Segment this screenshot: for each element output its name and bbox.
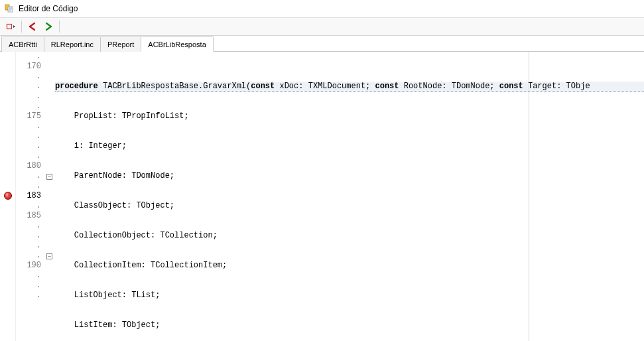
line-no: .: [16, 131, 41, 141]
line-no: .: [16, 201, 41, 211]
line-no: .: [16, 171, 41, 181]
nav-back-button[interactable]: [25, 19, 40, 34]
code-line: i: Integer;: [55, 141, 644, 151]
window-icon: [4, 3, 15, 14]
tab-label: ACBrRtti: [9, 40, 37, 48]
toolbar: [0, 17, 644, 36]
code-line: PropList: TPropInfoList;: [55, 111, 644, 121]
line-no: 170: [16, 62, 41, 72]
line-no: .: [16, 92, 41, 102]
line-no: .: [16, 121, 41, 131]
editor-tabs: ACBrRtti RLReport.inc PReport ACBrLibRes…: [0, 36, 644, 52]
tab-rlreport[interactable]: RLReport.inc: [44, 36, 101, 52]
tab-label: ACBrLibResposta: [148, 40, 206, 48]
line-no: .: [16, 72, 41, 82]
line-no: .: [16, 221, 41, 231]
code-line: procedure TACBrLibRespostaBase.GravarXml…: [55, 82, 644, 92]
fold-minus-icon[interactable]: −: [46, 253, 52, 259]
code-area[interactable]: procedure TACBrLibRespostaBase.GravarXml…: [54, 52, 644, 341]
nav-forward-button[interactable]: [40, 19, 56, 34]
toggle-button[interactable]: [3, 19, 19, 34]
code-line: CollectionItem: TCollectionItem;: [55, 261, 644, 271]
gutter-line-numbers: . 170 . . . . 175 . . . . 180 . . 183 . …: [16, 52, 45, 341]
line-no: .: [16, 141, 41, 151]
line-no: 185: [16, 211, 41, 221]
fold-minus-icon[interactable]: −: [46, 174, 52, 180]
line-no: 190: [16, 261, 41, 271]
line-no: .: [16, 251, 41, 261]
line-no: .: [16, 291, 41, 301]
line-no: .: [16, 181, 41, 191]
gutter-marks: [0, 52, 16, 341]
window-title: Editor de Código: [19, 4, 78, 13]
line-no: .: [16, 281, 41, 291]
toolbar-separator: [21, 21, 22, 33]
code-line: ClassObject: TObject;: [55, 201, 644, 211]
code-line: ParentNode: TDomNode;: [55, 171, 644, 181]
tab-label: PReport: [107, 40, 134, 48]
line-no: .: [16, 102, 41, 111]
tab-acbrlibresposta[interactable]: ACBrLibResposta: [141, 36, 213, 52]
title-bar: Editor de Código: [0, 0, 644, 17]
line-no: .: [16, 52, 41, 62]
line-no: 175: [16, 111, 41, 121]
tab-label: RLReport.inc: [51, 40, 94, 48]
line-no: .: [16, 271, 41, 281]
code-editor[interactable]: . 170 . . . . 175 . . . . 180 . . 183 . …: [0, 52, 644, 341]
line-no: .: [16, 241, 41, 251]
svg-rect-2: [7, 25, 12, 29]
line-no: .: [16, 231, 41, 241]
error-breakpoint-icon[interactable]: [4, 192, 12, 200]
code-line: ListItem: TObject;: [55, 320, 644, 330]
toolbar-separator: [59, 21, 60, 33]
line-no: 183: [16, 191, 41, 201]
tab-preport[interactable]: PReport: [100, 36, 141, 52]
code-line: CollectionObject: TCollection;: [55, 231, 644, 241]
line-no: .: [16, 82, 41, 92]
line-no: 180: [16, 161, 41, 171]
code-line: ListObject: TList;: [55, 291, 644, 301]
fold-gutter: − −: [45, 52, 54, 341]
line-no: .: [16, 151, 41, 161]
tab-acbrrtti[interactable]: ACBrRtti: [1, 36, 44, 52]
